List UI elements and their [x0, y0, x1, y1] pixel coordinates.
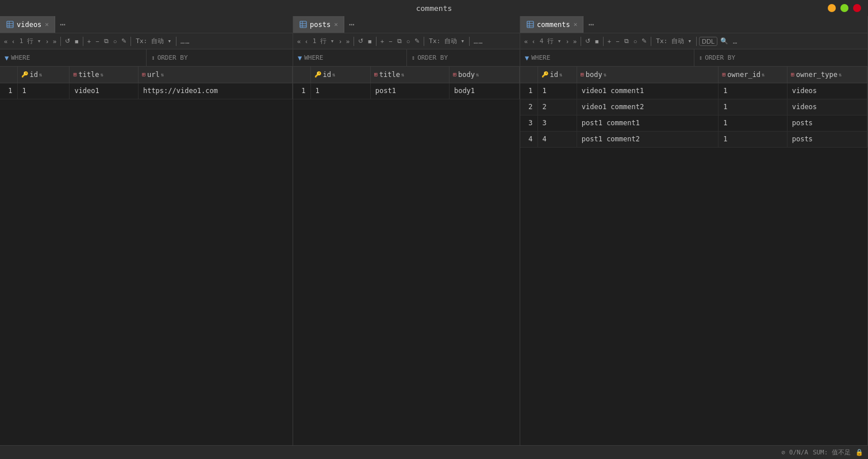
table-row[interactable]: 2 2 video1 comment2 1 videos: [520, 99, 867, 115]
posts-add-button[interactable]: +: [379, 37, 386, 45]
comments-col-id[interactable]: 🔑 id ⇅: [537, 67, 577, 83]
cell-body: video1 comment1: [577, 83, 718, 99]
title-bar: comments: [0, 0, 868, 16]
add-row-button[interactable]: +: [86, 37, 93, 45]
save-button[interactable]: ✎: [120, 37, 128, 45]
comments-nav-first-button[interactable]: «: [523, 37, 529, 45]
minimize-button[interactable]: [828, 4, 836, 12]
comments-duplicate-button[interactable]: ⧉: [623, 37, 631, 45]
table-row[interactable]: 1 1 post1 body1: [293, 83, 520, 99]
cell-owner-id: 1: [719, 131, 787, 147]
comments-nav-last-button[interactable]: »: [571, 37, 578, 45]
posts-stop-button[interactable]: ■: [366, 37, 374, 45]
comments-orderby-section: ↕ ORDER BY: [694, 49, 868, 66]
posts-col-title[interactable]: ⊞ title ⇅: [370, 67, 449, 83]
sum-label: SUM: 值不足: [813, 448, 851, 457]
refresh-button[interactable]: ↺: [63, 37, 72, 45]
comments-stop-button[interactable]: ■: [593, 37, 601, 45]
nav-last-button[interactable]: »: [51, 37, 58, 45]
posts-view-button[interactable]: ○: [405, 37, 412, 45]
comments-id-header: id: [550, 71, 558, 79]
comments-tx-selector[interactable]: Tx: 自动 ▾: [654, 37, 694, 45]
cell-title: post1: [370, 83, 449, 99]
comments-col-owner-id[interactable]: ⊞ owner_id ⇅: [719, 67, 787, 83]
table-row[interactable]: 1 1 video1 https://video1.com: [0, 83, 293, 99]
tab-videos[interactable]: videos ✕: [0, 16, 55, 33]
comments-add-button[interactable]: +: [606, 37, 613, 45]
posts-toolbar: « ‹ 1 行 ▾ › » ↺ ■ + − ⧉ ○ ✎ Tx: 自动 ▾ ……: [293, 33, 520, 49]
posts-delete-button[interactable]: −: [387, 37, 394, 45]
tab-posts[interactable]: posts ✕: [293, 16, 344, 33]
posts-col-body[interactable]: ⊞ body ⇅: [449, 67, 519, 83]
posts-orderby-icon: ↕: [412, 54, 416, 61]
maximize-button[interactable]: [840, 4, 848, 12]
tab-videos-close[interactable]: ✕: [45, 21, 49, 28]
delete-row-button[interactable]: −: [94, 37, 101, 45]
row-number: 1: [520, 83, 537, 99]
videos-col-title[interactable]: ⊞ title ⇅: [70, 67, 139, 83]
search-button[interactable]: 🔍: [719, 37, 730, 45]
videos-table: 🔑 id ⇅ ⊞ title ⇅: [0, 67, 293, 99]
comments-nav-next-button[interactable]: ›: [564, 37, 570, 45]
comments-table-wrapper[interactable]: 🔑 id ⇅ ⊞ body ⇅: [520, 67, 867, 445]
comments-view-button[interactable]: ○: [632, 37, 639, 45]
posts-table: 🔑 id ⇅ ⊞ title ⇅: [293, 67, 520, 99]
posts-save-button[interactable]: ✎: [413, 37, 421, 45]
posts-tx-selector[interactable]: Tx: 自动 ▾: [427, 37, 467, 45]
posts-nav-last-button[interactable]: »: [344, 37, 351, 45]
posts-nav-first-button[interactable]: «: [295, 37, 302, 45]
more-options[interactable]: ……: [179, 37, 191, 45]
close-button[interactable]: [853, 4, 861, 12]
nav-next-button[interactable]: ›: [44, 37, 50, 45]
comments-more-options[interactable]: …: [731, 37, 739, 45]
posts-nav-prev-button[interactable]: ‹: [304, 37, 309, 45]
window-title: comments: [416, 4, 452, 13]
cell-owner-id: 1: [719, 99, 787, 115]
comments-tab-more[interactable]: ⋯: [583, 19, 598, 30]
comments-col-owner-type[interactable]: ⊞ owner_type ⇅: [787, 67, 867, 83]
comments-body-sort-icon: ⇅: [604, 72, 606, 78]
posts-tab-more[interactable]: ⋯: [344, 19, 359, 30]
separator3: [130, 37, 131, 46]
posts-refresh-button[interactable]: ↺: [356, 37, 365, 45]
tab-comments-close[interactable]: ✕: [574, 21, 578, 28]
stop-button[interactable]: ■: [73, 37, 80, 45]
tab-comments-label: comments: [537, 21, 570, 29]
ddl-button[interactable]: DDL: [699, 37, 717, 46]
posts-col-id[interactable]: 🔑 id ⇅: [310, 67, 370, 83]
videos-tab-more[interactable]: ⋯: [55, 19, 70, 30]
tab-posts-close[interactable]: ✕: [334, 21, 338, 28]
videos-col-url[interactable]: ⊞ url ⇅: [138, 67, 292, 83]
posts-table-wrapper[interactable]: 🔑 id ⇅ ⊞ title ⇅: [293, 67, 520, 445]
table-row[interactable]: 4 4 post1 comment2 1 posts: [520, 131, 867, 147]
row-number: 1: [0, 83, 17, 99]
posts-row-info[interactable]: 1 行 ▾: [310, 37, 337, 45]
comments-refresh-button[interactable]: ↺: [583, 37, 592, 45]
row-number: 2: [520, 99, 537, 115]
tx-selector[interactable]: Tx: 自动 ▾: [133, 37, 174, 45]
posts-more-options[interactable]: ……: [472, 37, 485, 45]
videos-table-wrapper[interactable]: 🔑 id ⇅ ⊞ title ⇅: [0, 67, 293, 445]
comments-col-body[interactable]: ⊞ body ⇅: [577, 67, 718, 83]
comments-delete-button[interactable]: −: [614, 37, 621, 45]
nav-prev-button[interactable]: ‹: [10, 37, 16, 45]
view-button[interactable]: ○: [112, 37, 119, 45]
posts-filter-bar: ▼ WHERE ↕ ORDER BY: [293, 49, 520, 67]
status-bar: ⊘ 0/N/A SUM: 值不足 🔒: [0, 445, 868, 459]
nav-first-button[interactable]: «: [2, 37, 9, 45]
videos-col-id[interactable]: 🔑 id ⇅: [17, 67, 70, 83]
comments-key-icon: 🔑: [541, 71, 548, 78]
table-row[interactable]: 1 1 video1 comment1 1 videos: [520, 83, 867, 99]
cell-body: body1: [449, 83, 519, 99]
duplicate-row-button[interactable]: ⧉: [102, 37, 110, 45]
row-info[interactable]: 1 行 ▾: [17, 37, 44, 45]
table-row[interactable]: 3 3 post1 comment1 1 posts: [520, 115, 867, 131]
comments-body-col-icon: ⊞: [581, 71, 584, 78]
posts-duplicate-button[interactable]: ⧉: [395, 37, 404, 45]
comments-nav-prev-button[interactable]: ‹: [531, 37, 536, 45]
videos-orderby-section: ↕ ORDER BY: [147, 49, 293, 66]
tab-comments[interactable]: comments ✕: [520, 16, 583, 33]
posts-nav-next-button[interactable]: ›: [337, 37, 343, 45]
comments-row-info[interactable]: 4 行 ▾: [537, 37, 564, 45]
comments-save-button[interactable]: ✎: [640, 37, 648, 45]
